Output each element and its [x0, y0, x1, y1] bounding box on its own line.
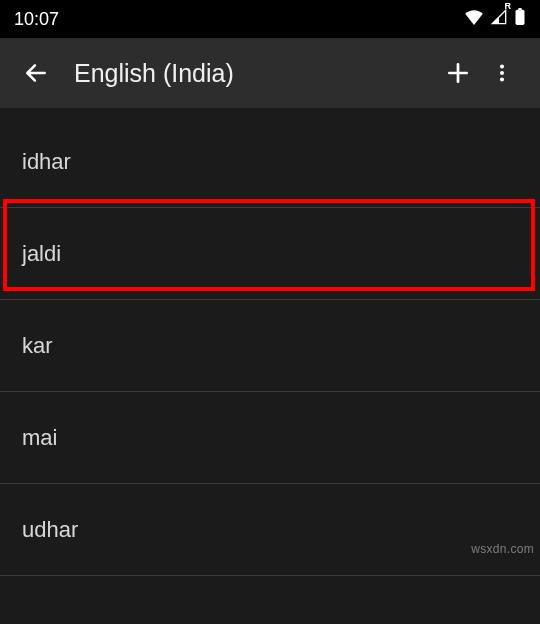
status-bar: 10:07 R — [0, 0, 540, 38]
app-bar: English (India) — [0, 38, 540, 108]
list-item-label: idhar — [22, 149, 71, 175]
list-item[interactable]: kar — [0, 300, 540, 392]
watermark: wsxdn.com — [471, 542, 534, 556]
list-item[interactable]: jaldi — [0, 208, 540, 300]
list-item-label: kar — [22, 333, 53, 359]
list-item[interactable]: udhar — [0, 484, 540, 576]
svg-rect-0 — [516, 9, 525, 24]
list-item-label: udhar — [22, 517, 78, 543]
list-item-label: mai — [22, 425, 57, 451]
list-item[interactable]: idhar — [0, 116, 540, 208]
signal-icon: R — [490, 9, 508, 30]
back-button[interactable] — [16, 53, 56, 93]
list-item-label: jaldi — [22, 241, 61, 267]
list-item[interactable]: mai — [0, 392, 540, 484]
battery-icon — [514, 8, 526, 31]
signal-badge: R — [505, 1, 512, 11]
wifi-icon — [464, 9, 484, 30]
page-title: English (India) — [74, 59, 436, 88]
status-time: 10:07 — [14, 9, 59, 30]
add-button[interactable] — [436, 51, 480, 95]
svg-point-4 — [500, 77, 504, 81]
svg-point-3 — [500, 71, 504, 75]
status-icons: R — [464, 8, 526, 31]
word-list: idhar jaldi kar mai udhar — [0, 116, 540, 576]
more-options-button[interactable] — [480, 51, 524, 95]
svg-rect-1 — [518, 8, 522, 11]
svg-point-2 — [500, 65, 504, 69]
